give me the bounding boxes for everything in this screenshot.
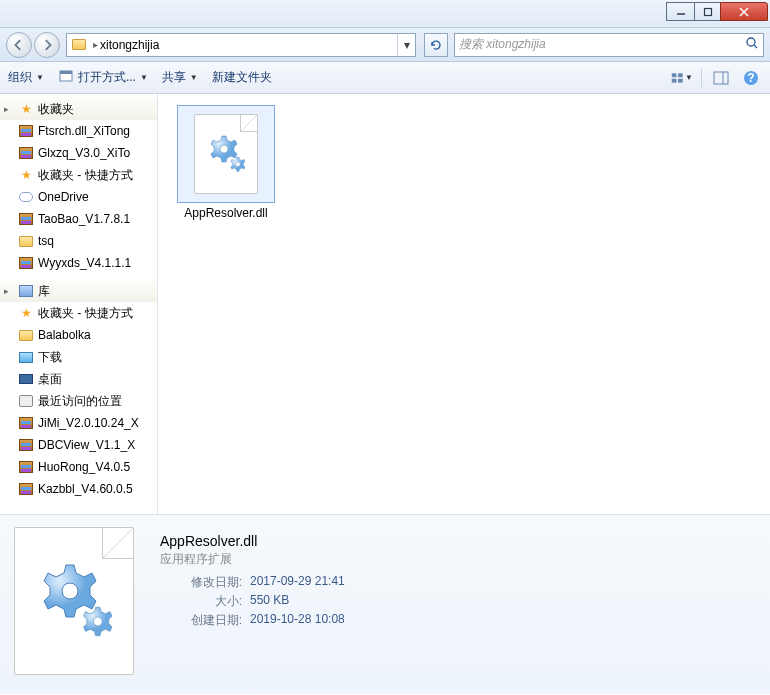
sidebar-item-glxzq[interactable]: Glxzq_V3.0_XiTo bbox=[0, 142, 157, 164]
sidebar-item-tsq[interactable]: tsq bbox=[0, 230, 157, 252]
modified-label: 修改日期: bbox=[160, 574, 250, 591]
back-button[interactable] bbox=[6, 32, 32, 58]
svg-point-18 bbox=[62, 583, 78, 599]
details-title: AppResolver.dll bbox=[160, 533, 345, 549]
star-icon: ★ bbox=[18, 305, 34, 321]
breadcrumb-folder[interactable]: xitongzhijia bbox=[100, 38, 397, 52]
archive-icon bbox=[18, 481, 34, 497]
details-pane: AppResolver.dll 应用程序扩展 修改日期: 2017-09-29 … bbox=[0, 514, 770, 694]
open-with-button[interactable]: 打开方式... ▼ bbox=[58, 68, 148, 87]
library-icon bbox=[18, 283, 34, 299]
file-content-area[interactable]: AppResolver.dll bbox=[158, 94, 770, 514]
file-label: AppResolver.dll bbox=[170, 206, 282, 220]
sidebar-item-recent[interactable]: 最近访问的位置 bbox=[0, 390, 157, 412]
archive-icon bbox=[18, 459, 34, 475]
svg-point-17 bbox=[236, 162, 240, 166]
sidebar-item-onedrive[interactable]: OneDrive bbox=[0, 186, 157, 208]
sidebar-item-taobao[interactable]: TaoBao_V1.7.8.1 bbox=[0, 208, 157, 230]
sidebar-item-favorites-shortcut[interactable]: ★收藏夹 - 快捷方式 bbox=[0, 164, 157, 186]
preview-pane-button[interactable] bbox=[710, 67, 732, 89]
close-button[interactable] bbox=[720, 2, 768, 21]
archive-icon bbox=[18, 437, 34, 453]
svg-text:?: ? bbox=[747, 71, 754, 85]
sidebar-item-wyyxds[interactable]: Wyyxds_V4.1.1.1 bbox=[0, 252, 157, 274]
refresh-button[interactable] bbox=[424, 33, 448, 57]
sidebar-item-huorong[interactable]: HuoRong_V4.0.5 bbox=[0, 456, 157, 478]
folder-icon bbox=[18, 327, 34, 343]
sidebar-item-kazbbl[interactable]: Kazbbl_V4.60.0.5 bbox=[0, 478, 157, 500]
help-button[interactable]: ? bbox=[740, 67, 762, 89]
folder-icon bbox=[69, 35, 89, 55]
modified-value: 2017-09-29 21:41 bbox=[250, 574, 345, 591]
open-with-icon bbox=[58, 68, 74, 87]
new-folder-button[interactable]: 新建文件夹 bbox=[212, 69, 272, 86]
file-tile-appresolver[interactable]: AppResolver.dll bbox=[170, 106, 282, 220]
svg-point-19 bbox=[93, 617, 102, 626]
size-value: 550 KB bbox=[250, 593, 289, 610]
forward-button[interactable] bbox=[34, 32, 60, 58]
details-thumbnail bbox=[14, 527, 144, 677]
dll-file-icon bbox=[194, 114, 258, 194]
sidebar-item-dbcview[interactable]: DBCView_V1.1_X bbox=[0, 434, 157, 456]
archive-icon bbox=[18, 415, 34, 431]
svg-point-4 bbox=[747, 38, 755, 46]
svg-rect-8 bbox=[672, 73, 677, 77]
size-label: 大小: bbox=[160, 593, 250, 610]
archive-icon bbox=[18, 211, 34, 227]
details-info: AppResolver.dll 应用程序扩展 修改日期: 2017-09-29 … bbox=[160, 527, 345, 682]
onedrive-icon bbox=[18, 189, 34, 205]
archive-icon bbox=[18, 123, 34, 139]
sidebar-item-jimi[interactable]: JiMi_V2.0.10.24_X bbox=[0, 412, 157, 434]
dll-file-icon-large bbox=[14, 527, 134, 675]
sidebar: ▸★ 收藏夹 Ftsrch.dll_XiTong Glxzq_V3.0_XiTo… bbox=[0, 94, 158, 514]
maximize-button[interactable] bbox=[694, 2, 721, 21]
sidebar-item-downloads[interactable]: 下载 bbox=[0, 346, 157, 368]
svg-rect-11 bbox=[678, 78, 683, 82]
libraries-header[interactable]: ▸ 库 bbox=[0, 280, 157, 302]
sidebar-item-balabolka[interactable]: Balabolka bbox=[0, 324, 157, 346]
sidebar-item-ftsrch[interactable]: Ftsrch.dll_XiTong bbox=[0, 120, 157, 142]
svg-point-16 bbox=[220, 145, 228, 153]
breadcrumb-separator[interactable]: ▸ bbox=[91, 39, 100, 50]
svg-rect-7 bbox=[60, 71, 72, 74]
created-value: 2019-10-28 10:08 bbox=[250, 612, 345, 629]
search-placeholder: 搜索 xitongzhijia bbox=[459, 36, 745, 53]
favorites-header[interactable]: ▸★ 收藏夹 bbox=[0, 98, 157, 120]
minimize-button[interactable] bbox=[666, 2, 695, 21]
archive-icon bbox=[18, 145, 34, 161]
file-thumbnail bbox=[178, 106, 274, 202]
share-button[interactable]: 共享 ▼ bbox=[162, 69, 198, 86]
main-area: ▸★ 收藏夹 Ftsrch.dll_XiTong Glxzq_V3.0_XiTo… bbox=[0, 94, 770, 514]
star-icon: ★ bbox=[18, 167, 34, 183]
downloads-icon bbox=[18, 349, 34, 365]
archive-icon bbox=[18, 255, 34, 271]
address-dropdown[interactable]: ▾ bbox=[397, 34, 415, 56]
search-box[interactable]: 搜索 xitongzhijia bbox=[454, 33, 764, 57]
desktop-icon bbox=[18, 371, 34, 387]
address-bar[interactable]: ▸ xitongzhijia ▾ bbox=[66, 33, 416, 57]
svg-rect-1 bbox=[704, 8, 711, 15]
navbar: ▸ xitongzhijia ▾ 搜索 xitongzhijia bbox=[0, 28, 770, 62]
sidebar-item-desktop[interactable]: 桌面 bbox=[0, 368, 157, 390]
svg-rect-9 bbox=[678, 73, 683, 77]
toolbar: 组织 ▼ 打开方式... ▼ 共享 ▼ 新建文件夹 ▼ ? bbox=[0, 62, 770, 94]
organize-button[interactable]: 组织 ▼ bbox=[8, 69, 44, 86]
star-icon: ★ bbox=[18, 101, 34, 117]
titlebar bbox=[0, 0, 770, 28]
sidebar-item-favorites-shortcut2[interactable]: ★收藏夹 - 快捷方式 bbox=[0, 302, 157, 324]
details-type: 应用程序扩展 bbox=[160, 551, 345, 568]
view-options-button[interactable]: ▼ bbox=[671, 67, 693, 89]
svg-rect-12 bbox=[714, 72, 728, 84]
folder-icon bbox=[18, 233, 34, 249]
svg-rect-10 bbox=[672, 78, 677, 82]
search-icon[interactable] bbox=[745, 36, 759, 53]
created-label: 创建日期: bbox=[160, 612, 250, 629]
svg-line-5 bbox=[754, 45, 757, 48]
recent-icon bbox=[18, 393, 34, 409]
